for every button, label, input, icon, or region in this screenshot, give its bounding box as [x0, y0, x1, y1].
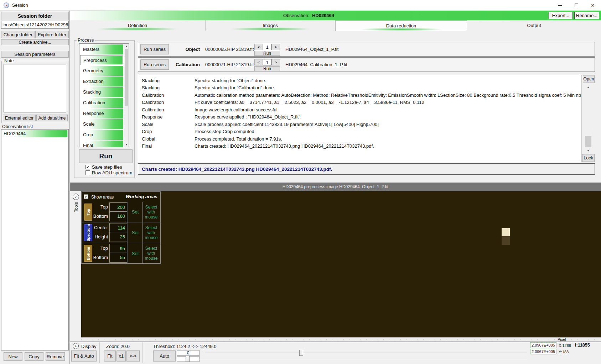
process-step-extraction[interactable]: Extraction [80, 77, 123, 86]
auto-threshold-button[interactable]: Auto [153, 350, 176, 362]
observation-list-item[interactable]: HD029464 [2, 130, 67, 137]
log-row: CalibrationAutomatic calibration method … [138, 93, 581, 100]
save-step-files-checkbox[interactable]: ✔ [86, 165, 90, 169]
calibration-prev-button[interactable]: < [254, 59, 263, 65]
threshold-low-slider[interactable] [190, 359, 527, 359]
session-folder-path-field[interactable]: ions\Objects\12142022\HD029646 [1, 21, 69, 29]
process-step-final[interactable]: Final [80, 141, 123, 147]
tools-tab[interactable]: Tools [74, 202, 79, 212]
object-run-button[interactable]: Run [254, 51, 280, 56]
threshold-low-field[interactable]: 0 [177, 350, 200, 356]
maximize-icon [575, 4, 578, 7]
top-value-field[interactable]: 95 [110, 244, 127, 253]
set-button[interactable]: Set [128, 243, 143, 264]
scroll-down-icon[interactable]: ▼ [124, 143, 129, 146]
rename-button[interactable]: Rename... [574, 12, 599, 19]
separator [143, 342, 143, 363]
note-textarea[interactable] [4, 64, 66, 112]
log-message: Process step Crop computed. [195, 129, 255, 134]
calibration-next-button[interactable]: > [271, 59, 280, 65]
height-value-field[interactable]: 25 [110, 232, 127, 241]
center-value-field[interactable]: 114 [110, 223, 127, 232]
add-datetime-button[interactable]: Add date/time [36, 115, 68, 121]
tab-output[interactable]: Output [467, 20, 601, 31]
pixel-value-2: 2.0967E+005 [530, 349, 556, 354]
collapse-tools-button[interactable]: ‹ [73, 194, 79, 200]
process-step-geometry[interactable]: Geometry [80, 66, 123, 76]
close-button[interactable]: ✕ [585, 0, 601, 11]
set-button[interactable]: Set [128, 202, 143, 222]
object-next-button[interactable]: > [271, 44, 280, 50]
fit-and-auto-button[interactable]: Fit & Auto [71, 350, 97, 362]
log-scrollbar-thumb[interactable] [585, 136, 591, 147]
image-horizontal-scrollbar[interactable] [81, 337, 601, 342]
observation-list-label: Observation list [2, 124, 33, 129]
threshold-high-slider-thumb[interactable] [299, 350, 303, 356]
export-button[interactable]: Export... [549, 12, 573, 19]
process-list-scrollbar-thumb[interactable] [125, 49, 128, 106]
external-editor-button[interactable]: External editor [3, 115, 36, 121]
scroll-up-icon[interactable]: ▲ [584, 86, 592, 88]
set-button[interactable]: Set [128, 222, 143, 243]
maximize-button[interactable] [568, 0, 585, 11]
zoom-fit-width-button[interactable]: <-> [126, 350, 140, 362]
save-step-files-checkbox-row: ✔ Save step files [86, 164, 122, 170]
remove-observation-button[interactable]: Remove [46, 352, 65, 361]
lock-log-button[interactable]: Lock [582, 154, 595, 162]
zoom-x1-button[interactable]: x1 [116, 350, 126, 362]
separator [99, 342, 100, 363]
process-step-preprocess[interactable]: Preprocess [80, 55, 123, 65]
object-prev-button[interactable]: < [254, 44, 263, 50]
calibration-index-field[interactable]: 1 [263, 59, 271, 65]
top-value-field[interactable]: 200 [110, 203, 127, 212]
copy-observation-button[interactable]: Copy [25, 352, 43, 361]
log-message: Automatic calibration method parameters:… [195, 93, 581, 98]
threshold-high-slider[interactable] [205, 353, 527, 353]
working-area-row-bottom: Bottom Top Bottom 95 55 Set Select with … [82, 243, 160, 264]
bottom-value-field[interactable]: 55 [110, 253, 127, 262]
process-step-calibration[interactable]: Calibration [80, 98, 123, 108]
log-scrollbar[interactable]: ▲ ▼ [584, 84, 592, 153]
app-icon [4, 2, 9, 8]
object-index-field[interactable]: 1 [263, 44, 271, 50]
run-button[interactable]: Run [79, 149, 133, 163]
pixel-value-1: 2.0967E+005 [530, 342, 556, 348]
calibration-label: Calibration [160, 62, 200, 67]
collapse-display-button[interactable]: ∧ [73, 343, 79, 349]
observation-listbox[interactable] [1, 129, 69, 350]
bottom-value-field[interactable]: 160 [110, 212, 127, 221]
minimize-button[interactable] [552, 0, 568, 11]
tab-definition[interactable]: Definition [70, 20, 206, 31]
field-label: Bottom [92, 255, 108, 260]
process-log[interactable]: StackingSpectra stacking for "Object" do… [138, 75, 581, 162]
log-step: Global [142, 136, 155, 142]
session-parameters-button[interactable]: Session parameters [1, 51, 69, 58]
log-message: Charts created: HD029464_20221214T032743… [195, 143, 374, 149]
working-areas-title: Working areas [126, 194, 157, 199]
select-with-mouse-button[interactable]: Select with mouse [143, 222, 160, 243]
scroll-down-icon[interactable]: ▼ [584, 149, 592, 152]
pixel-x-coordinate: X:1266 [559, 343, 571, 348]
process-step-scale[interactable]: Scale [80, 119, 123, 129]
threshold-low-slider-thumb[interactable] [186, 356, 190, 362]
raw-adu-spectrum-checkbox[interactable] [86, 170, 90, 175]
process-step-masters[interactable]: Masters [80, 44, 123, 54]
tab-data-reduction[interactable]: Data reduction [335, 20, 467, 31]
explore-folder-button[interactable]: Explore folder [35, 31, 69, 38]
calibration-run-button[interactable]: Run [254, 66, 280, 71]
show-areas-checkbox[interactable]: ✔ [84, 194, 88, 199]
process-step-stacking[interactable]: Stacking [80, 87, 123, 97]
create-archive-button[interactable]: Create archive... [1, 39, 69, 45]
change-folder-button[interactable]: Change folder [1, 31, 35, 38]
open-log-button[interactable]: Open [583, 75, 595, 83]
scroll-up-icon[interactable]: ▲ [124, 45, 129, 47]
select-with-mouse-button[interactable]: Select with mouse [143, 202, 160, 222]
new-observation-button[interactable]: New [4, 352, 22, 361]
process-list-scrollbar[interactable]: ▲ ▼ [124, 44, 129, 147]
process-step-response[interactable]: Response [80, 109, 123, 118]
select-with-mouse-button[interactable]: Select with mouse [143, 243, 160, 264]
tab-images[interactable]: Images [206, 20, 335, 31]
log-row: StackingSpectra stacking for "Object" do… [138, 78, 581, 85]
fit-button[interactable]: Fit [104, 350, 116, 362]
process-step-crop[interactable]: Crop [80, 130, 123, 140]
